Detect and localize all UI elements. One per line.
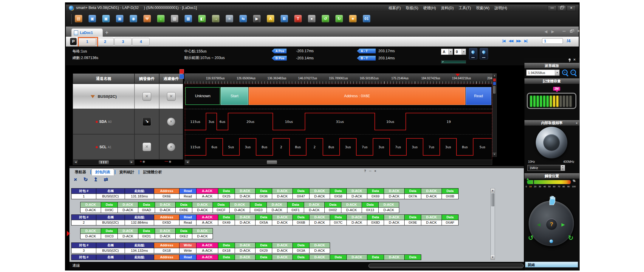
sampling-rate-select[interactable]: 1MHz▲▼ <box>527 165 565 171</box>
flag-a-icon[interactable]: A <box>267 15 274 22</box>
chevron-down-icon[interactable]: ▼ <box>555 70 559 75</box>
export-icon[interactable]: ↥ <box>92 176 99 183</box>
nav-down-dot-icon[interactable] <box>549 239 553 243</box>
pkt-value-cell[interactable]: 0X36 <box>256 194 272 199</box>
pkt-value-cell[interactable]: 0X7A <box>405 194 421 199</box>
scroll-up-icon[interactable]: ▲ <box>491 188 495 193</box>
nav-right-icon[interactable]: ▶ <box>561 222 565 227</box>
scl-wave-row[interactable]: 115us6us5us3us8us28us28us3us7us3us7us3us… <box>185 134 492 160</box>
rotate-right-icon[interactable]: ↻ <box>568 234 573 242</box>
pkt-value-cell[interactable]: 0XCF <box>213 208 229 213</box>
pkt-value-cell[interactable]: 0X49 <box>218 220 235 225</box>
pkt-value-cell[interactable]: D-ACK <box>379 208 399 213</box>
trigger-x-icon[interactable]: × <box>143 143 151 151</box>
convert-icon[interactable]: ⇆ <box>239 15 247 22</box>
restore-button[interactable] <box>557 5 566 11</box>
scroll-down-icon[interactable]: ▼ <box>491 255 495 259</box>
bus-decode-row[interactable]: UnknownStartAddress : 0X6ERead <box>185 84 492 109</box>
pkt-value-cell[interactable]: D-ACK <box>272 248 292 253</box>
pkt-value-cell[interactable]: A-ACK <box>196 194 218 199</box>
pkt-value-cell[interactable]: D-ACK <box>118 234 138 239</box>
pkt-value-cell[interactable]: 0X3A <box>293 248 309 253</box>
pkt-value-cell[interactable]: Read <box>179 220 196 225</box>
close-button[interactable]: × <box>567 5 576 11</box>
page-nav-2-icon[interactable]: ▶▶ <box>516 39 521 43</box>
binary-view-icon[interactable]: 01 <box>363 15 370 22</box>
channel-hscrollbar[interactable]: ◀ ❚❚❚ ▶ <box>73 160 134 165</box>
filter-x-icon[interactable]: × <box>167 118 175 126</box>
pkt-value-cell[interactable]: 0X29 <box>256 248 272 253</box>
pkt-value-cell[interactable]: 0XD1 <box>138 234 155 239</box>
pkt-value-cell[interactable]: 0X7C <box>330 220 346 225</box>
wave-vscrollbar[interactable]: ▲ ▼ <box>492 73 497 157</box>
pkt-value-cell[interactable]: D-ACK <box>118 208 138 213</box>
bottom-tab-3[interactable]: 記憶體分析 <box>140 169 166 175</box>
redo-icon[interactable]: ↻ <box>335 15 343 22</box>
pkt-value-cell[interactable]: D-ACK <box>192 234 213 239</box>
packet-group-5[interactable]: 封包 #名稱起始點AddressReadA-ACKDataD-ACKDataD-… <box>71 254 421 260</box>
scroll-thumb[interactable] <box>267 160 277 164</box>
nav-left-icon[interactable]: ◀ <box>537 222 541 227</box>
pkt-value-cell[interactable]: D-ACK <box>80 234 101 239</box>
marker-pin-button-2[interactable] <box>480 48 488 59</box>
scl-trigger-cell[interactable]: × <box>134 134 159 160</box>
zoom-value-select[interactable]: 1.942558us▼ <box>526 69 560 76</box>
chevron-down-icon[interactable]: ▼ <box>448 49 453 55</box>
pkt-value-cell[interactable]: D-ACK <box>235 248 255 253</box>
menu-S[interactable]: 取樣(S) <box>406 6 418 11</box>
minimize-button[interactable]: — <box>548 5 557 11</box>
pkt-value-cell[interactable]: 0X6E <box>154 194 179 199</box>
pkt-value-cell[interactable]: D-ACK <box>272 194 292 199</box>
scl-row-name[interactable]: SCLA1 <box>73 134 134 160</box>
delete-icon[interactable]: × <box>72 176 79 183</box>
favorite-icon[interactable]: ★ <box>349 15 357 22</box>
analyzer-device-icon[interactable]: ▦ <box>185 15 192 22</box>
page-nav-0-icon[interactable]: |◀ <box>502 39 505 43</box>
zoom-out-button[interactable]: − <box>570 69 578 77</box>
trigger-tool-icon[interactable]: ≈ ◉ <box>140 160 145 165</box>
scroll-down-icon[interactable]: ▼ <box>493 152 496 157</box>
pin-icon[interactable] <box>568 58 572 62</box>
falling-edge-icon[interactable]: ↘ <box>143 117 151 126</box>
pkt-value-cell[interactable]: BUS0(I2C) <box>96 194 125 199</box>
pkt-value-cell[interactable]: 0X13 <box>362 208 378 213</box>
a-pos-badge[interactable]: A Pos <box>272 49 287 53</box>
save-icon[interactable]: ▣ <box>89 15 96 22</box>
pkt-value-cell[interactable]: Read <box>179 194 196 199</box>
page-button-2[interactable]: 2 <box>96 38 114 46</box>
index-select[interactable]: 0▼ <box>454 49 466 55</box>
pkt-value-cell[interactable]: 132.884ms <box>125 220 154 225</box>
bus-segment-start[interactable]: Start <box>221 87 248 105</box>
pkt-value-cell[interactable]: D-ACK <box>235 194 255 199</box>
mdi-minimize-button[interactable]: — <box>561 29 567 34</box>
pkt-value-cell[interactable]: 0XC0 <box>101 234 117 239</box>
pkt-value-cell[interactable]: 0XE2 <box>176 234 192 239</box>
panel-win-btn-2[interactable]: × <box>374 169 376 173</box>
pkt-value-cell[interactable]: 0X47 <box>293 194 309 199</box>
packet-group-3[interactable]: D-ACKDataD-ACKDataD-ACKDataD-ACKD-ACK0XC… <box>80 228 213 239</box>
pkt-value-cell[interactable]: 2 <box>72 220 96 225</box>
b-pos-badge[interactable]: B Pos <box>272 56 287 61</box>
compare-docs-icon[interactable]: ≡ <box>226 15 233 22</box>
pkt-value-cell[interactable]: 0XBE <box>176 208 192 213</box>
panel-win-btn-0[interactable]: ? <box>364 169 366 173</box>
pkt-value-cell[interactable]: BUS0(I2C) <box>96 248 125 253</box>
pkt-value-cell[interactable]: 0X58 <box>330 194 346 199</box>
packet-group-0[interactable]: 封包 #名稱起始點AddressReadA-ACKDataD-ACKDataD-… <box>71 188 459 199</box>
packet-group-1[interactable]: D-ACKDataD-ACKDataD-ACKDataD-ACKDataD-AC… <box>80 202 399 213</box>
pkt-value-cell[interactable]: D-ACK <box>341 208 362 213</box>
bus-segment-address[interactable]: Address : 0X6E <box>249 87 465 105</box>
marker-select[interactable]: A▼ <box>441 49 453 55</box>
tab-scroll-right-icon[interactable]: ▶ <box>551 29 554 34</box>
pkt-value-cell[interactable]: A-ACK <box>196 248 218 253</box>
pkt-value-cell[interactable]: 0XAD <box>138 208 155 213</box>
panel-splitter[interactable] <box>69 166 524 168</box>
filter-x-icon[interactable]: × <box>167 92 176 101</box>
menu-F[interactable]: 檔案(F) <box>388 6 401 11</box>
expand-icon[interactable]: » <box>576 120 578 126</box>
export-data-icon[interactable]: → <box>212 15 219 22</box>
sda-filter-cell[interactable]: × <box>159 109 183 134</box>
sda-trigger-cell[interactable]: ↘ <box>134 109 159 134</box>
menu-H[interactable]: 硬體(H) <box>423 6 436 11</box>
pkt-value-cell[interactable]: 0X25 <box>218 194 235 199</box>
